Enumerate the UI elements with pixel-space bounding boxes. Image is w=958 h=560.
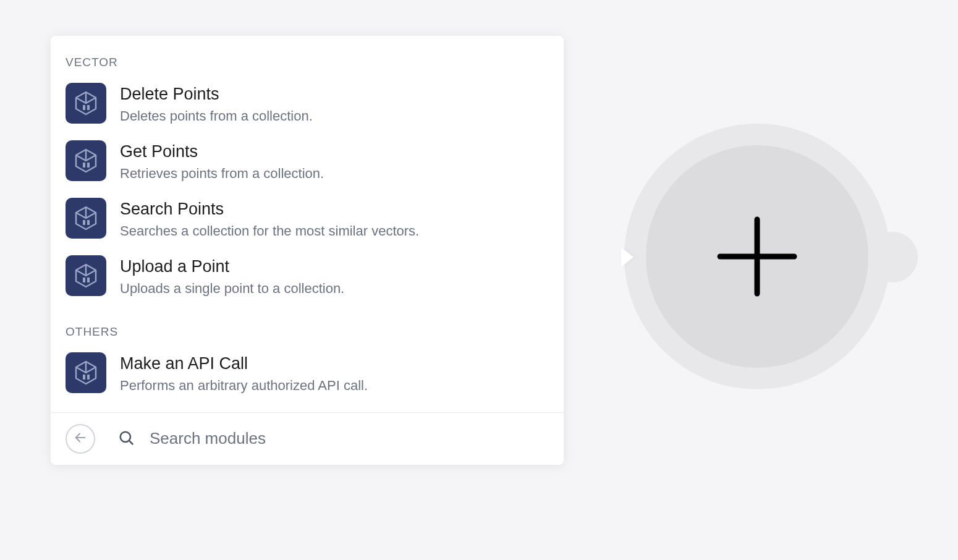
module-title: Upload a Point — [120, 257, 344, 276]
back-button[interactable] — [66, 424, 95, 454]
module-desc: Searches a collection for the most simil… — [120, 223, 419, 240]
module-title: Make an API Call — [120, 354, 368, 373]
module-item-search-points[interactable]: Search Points Searches a collection for … — [51, 190, 564, 248]
svg-rect-10 — [83, 375, 85, 380]
module-item-upload-a-point[interactable]: Upload a Point Uploads a single point to… — [51, 248, 564, 305]
svg-line-14 — [129, 441, 133, 444]
module-desc: Uploads a single point to a collection. — [120, 280, 344, 298]
module-item-delete-points[interactable]: Delete Points Deletes points from a coll… — [51, 75, 564, 133]
search-input[interactable] — [150, 429, 549, 448]
module-desc: Retrieves points from a collection. — [120, 165, 324, 183]
add-module-button[interactable] — [646, 145, 868, 368]
module-desc: Deletes points from a collection. — [120, 108, 313, 125]
svg-rect-6 — [83, 220, 85, 225]
module-desc: Performs an arbitrary authorized API cal… — [120, 377, 368, 395]
svg-rect-11 — [87, 375, 90, 380]
app-icon — [66, 140, 106, 181]
module-title: Delete Points — [120, 84, 313, 104]
arrow-left-icon — [74, 431, 87, 447]
section-header-vector: VECTOR — [51, 51, 564, 75]
app-icon — [66, 352, 106, 393]
section-header-others: OTHERS — [51, 320, 564, 345]
svg-rect-3 — [87, 105, 90, 110]
svg-rect-2 — [83, 105, 85, 110]
add-node-outer — [624, 124, 890, 389]
svg-rect-5 — [87, 163, 90, 168]
module-title: Get Points — [120, 142, 324, 161]
module-item-make-api-call[interactable]: Make an API Call Performs an arbitrary a… — [51, 345, 564, 402]
svg-rect-9 — [87, 278, 90, 282]
app-icon — [66, 83, 106, 124]
search-icon — [117, 429, 135, 449]
module-title: Search Points — [120, 199, 419, 219]
plus-icon — [714, 213, 800, 300]
svg-rect-4 — [83, 163, 85, 168]
popup-connector-arrow — [621, 247, 634, 267]
module-item-get-points[interactable]: Get Points Retrieves points from a colle… — [51, 133, 564, 190]
svg-rect-7 — [87, 220, 90, 225]
app-icon — [66, 198, 106, 239]
app-icon — [66, 255, 106, 296]
svg-rect-8 — [83, 278, 85, 282]
module-picker-popup: VECTOR Delete Points Deletes points from… — [51, 36, 564, 465]
